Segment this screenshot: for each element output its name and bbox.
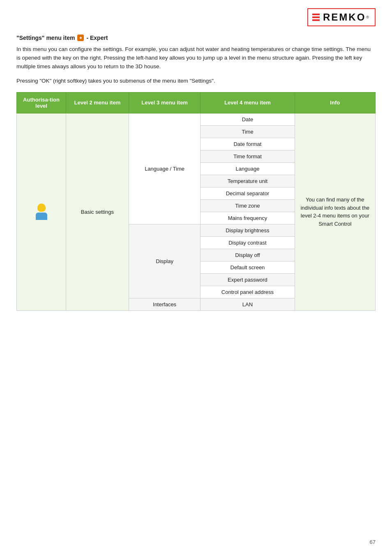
- level4-time-format: Time format: [201, 150, 295, 162]
- level4-display-contrast: Display contrast: [201, 236, 295, 249]
- page-number: 67: [370, 539, 376, 545]
- description-paragraph-2: Pressing "OK" (right softkey) takes you …: [16, 77, 376, 86]
- th-l2: Level 2 menu item: [66, 92, 129, 113]
- level4-temp-unit: Temperature unit: [201, 175, 295, 187]
- level2-cell: Basic settings: [66, 113, 129, 310]
- level4-default-screen: Default screen: [201, 261, 295, 273]
- logo-text: REMKO: [323, 12, 366, 23]
- logo-area: REMKO ®: [16, 8, 376, 26]
- title-prefix: "Settings" menu item: [16, 35, 75, 41]
- description-paragraph-1: In this menu you can configure the setti…: [16, 45, 376, 71]
- level4-time-zone: Time zone: [201, 199, 295, 212]
- person-head-icon: [37, 204, 46, 212]
- avatar: [20, 204, 62, 220]
- title-suffix: - Expert: [86, 35, 108, 41]
- th-l3: Level 3 menu item: [129, 92, 201, 113]
- level4-date-format: Date format: [201, 138, 295, 150]
- level4-decimal-sep: Decimal separator: [201, 187, 295, 199]
- gear-icon: [77, 35, 84, 41]
- th-info: Info: [295, 92, 375, 113]
- level3-display-cell: Display: [129, 224, 201, 298]
- section-title: "Settings" menu item - Expert: [16, 35, 376, 41]
- level4-control-panel: Control panel address: [201, 286, 295, 298]
- logo-bars: [312, 14, 320, 21]
- level4-time: Time: [201, 125, 295, 138]
- level4-language: Language: [201, 162, 295, 175]
- logo-reg: ®: [366, 15, 369, 19]
- level3-lang-time-cell: Language / Time: [129, 113, 201, 224]
- level4-display-off: Display off: [201, 249, 295, 261]
- level4-lan: LAN: [201, 298, 295, 310]
- level3-interfaces-cell: Interfaces: [129, 298, 201, 310]
- info-cell: You can find many of the individual info…: [295, 113, 375, 310]
- level4-date: Date: [201, 113, 295, 125]
- th-auth: Authorisa-tion level: [17, 92, 66, 113]
- auth-level-cell: [17, 113, 66, 310]
- level4-display-brightness: Display brightness: [201, 224, 295, 236]
- person-body-icon: [36, 213, 47, 220]
- level4-mains-freq: Mains frequency: [201, 212, 295, 224]
- level4-expert-password: Expert password: [201, 273, 295, 286]
- table-row: Basic settings Language / Time Date You …: [17, 113, 376, 125]
- th-l4: Level 4 menu item: [201, 92, 295, 113]
- settings-table: Authorisa-tion level Level 2 menu item L…: [16, 92, 376, 311]
